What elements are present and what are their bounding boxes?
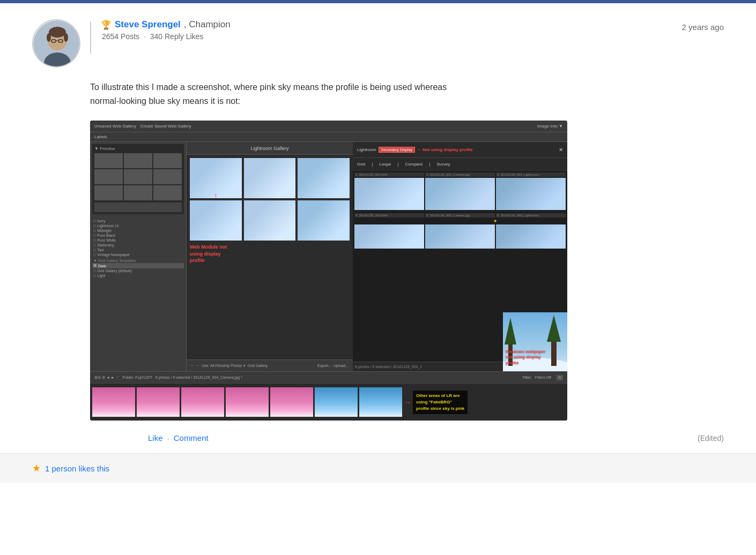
lr-ui: Unsaved Web Gallery Create Saved Web Gal… xyxy=(90,121,567,421)
post-header: 🏆 Steve Sprengel , Champion 2654 Posts ·… xyxy=(32,19,724,68)
lr-filmstrip-thumb-3 xyxy=(181,387,224,417)
author-name-row: 🏆 Steve Sprengel , Champion xyxy=(101,19,231,30)
lr-photo-1 xyxy=(354,178,424,210)
screenshot-image: Unsaved Web Gallery Create Saved Web Gal… xyxy=(90,121,567,421)
lr-item-grid-default: □ Grid Gallery (default) xyxy=(92,268,184,273)
lr-filmstrip-thumb-4 xyxy=(226,387,269,417)
lr-thumb-7 xyxy=(94,185,123,200)
post-text-line2: normal-looking blue sky means it is not: xyxy=(90,96,240,106)
lr-photo-headers: 1 20141129_004.RAF 2 20141129_004_Camera… xyxy=(354,172,566,177)
post-count: 2654 Posts xyxy=(102,32,139,41)
like-button[interactable]: Like xyxy=(148,433,163,442)
lr-nav-compare[interactable]: Compare xyxy=(405,162,423,167)
author-divider xyxy=(90,21,91,54)
lr-center-top: Lightroom Gallery xyxy=(187,142,353,155)
windows-wallpaper-overlay: Windows wallpapernot using displayprofil… xyxy=(503,312,567,371)
lr-preview-section: ▼ Preview xyxy=(92,144,184,214)
avatar-svg xyxy=(33,20,80,68)
lr-upload-btn: Upload... xyxy=(333,364,349,368)
lr-right-panel: Lightroom Secondary Display ← Not using … xyxy=(353,142,567,371)
lr-photo-h3: 3 20141129_004_Lightroom... xyxy=(496,172,566,177)
lr-arrows: ← → xyxy=(191,364,199,368)
lr-filter-label: Filter: Filters Off xyxy=(522,376,551,379)
dot-separator: · xyxy=(144,32,146,41)
lr-nav-loupe[interactable]: Loupe xyxy=(379,162,391,167)
lr-thumb-4 xyxy=(94,169,123,184)
lr-gallery-cell-3 xyxy=(298,158,350,198)
lr-bottom-icons: ⊞⊟ ☰ ◄ ► ⋮ xyxy=(94,376,120,380)
post-body: To illustrate this I made a screenshot, … xyxy=(90,80,724,442)
lr-star-icon: ★ xyxy=(493,219,497,223)
lr-gallery-cell-4: ↑ xyxy=(190,200,242,241)
post-header-left: 🏆 Steve Sprengel , Champion 2654 Posts ·… xyxy=(32,19,231,68)
lr-nav-separator1: | xyxy=(372,162,373,167)
lr-filmstrip-arrow: → xyxy=(404,398,411,407)
lr-not-using-label: ← Not using display profile xyxy=(417,147,473,152)
lr-full-bottom-bar: ⊞⊟ ☰ ◄ ► ⋮ Folder: FujiX100T 6 photos / … xyxy=(90,371,567,383)
likes-link[interactable]: 1 person likes this xyxy=(45,464,109,473)
lr-folder-info: Folder: FujiX100T 6 photos / 6 selected … xyxy=(123,376,242,379)
lr-item-pure-black: □ Pure Black xyxy=(92,233,184,238)
svg-point-4 xyxy=(49,27,66,38)
lr-tab-unsaved: Unsaved Web Gallery xyxy=(94,124,136,129)
action-separator: · xyxy=(167,433,169,442)
lr-item-vintage: □ Vintage Newspaper xyxy=(92,252,184,257)
lr-filmstrip-thumb-7 xyxy=(359,387,402,417)
lr-nav-survey[interactable]: Survey xyxy=(437,162,450,167)
lr-thumb-9 xyxy=(153,185,182,200)
lr-thumb-3 xyxy=(153,153,182,168)
lr-filmstrip-area: → Other areas of LR areusing "FakeBRG"pr… xyxy=(90,383,567,421)
post-text: To illustrate this I made a screenshot, … xyxy=(90,80,724,108)
author-role: , Champion xyxy=(184,19,231,30)
lr-star-row: ★ xyxy=(354,219,566,223)
lr-photo-h5: 5 20141129_009_Camera.jpg xyxy=(425,213,495,218)
lr-filmstrip-thumb-5 xyxy=(270,387,313,417)
lr-gallery-cell-2 xyxy=(244,158,296,198)
author-stats: 2654 Posts · 340 Reply Likes xyxy=(101,32,231,41)
lr-nav-grid[interactable]: Grid xyxy=(357,162,365,167)
lr-photo-h4: 4 20141129_009.RAF xyxy=(354,213,424,218)
lr-fake-brg-note: Other areas of LR areusing "FakeBRG"prof… xyxy=(413,391,468,414)
svg-point-5 xyxy=(47,33,51,42)
lr-thumb-8 xyxy=(124,185,152,200)
lr-close-btn[interactable]: ✕ xyxy=(559,147,563,153)
lr-thumb-2 xyxy=(124,153,152,168)
lr-photo-3 xyxy=(496,178,566,210)
lr-thumb-6 xyxy=(153,169,182,184)
lr-photo-5 xyxy=(425,224,495,249)
lr-preview-bar xyxy=(94,202,182,212)
edited-note: (Edited) xyxy=(698,434,724,442)
lr-bottom-bar: ← → Use: All Filmstrip Photos ▾ Grid Gal… xyxy=(187,359,353,371)
svg-point-6 xyxy=(64,33,68,42)
lr-item-light: □ Light xyxy=(92,273,184,278)
lr-labels-bar: Labels xyxy=(90,132,567,142)
lr-photo-2 xyxy=(425,178,495,210)
lr-filmstrip-thumb-2 xyxy=(137,387,180,417)
lr-labels-label: Labels xyxy=(94,134,107,139)
author-name[interactable]: Steve Sprengel xyxy=(115,19,181,30)
lr-thumb-1 xyxy=(94,153,123,168)
lr-item-pure-white: □ Pure White xyxy=(92,238,184,243)
lr-item-ivory: □ Ivory xyxy=(92,219,184,223)
lr-web-module-label: Web Module notusing displayprofile xyxy=(190,244,350,264)
comment-button[interactable]: Comment xyxy=(174,433,209,442)
avatar xyxy=(32,19,80,68)
lr-item-taxi: □ Taxi xyxy=(92,248,184,252)
author-info: 🏆 Steve Sprengel , Champion 2654 Posts ·… xyxy=(101,19,231,41)
lr-photo-row2 xyxy=(354,224,566,249)
post-text-line1: To illustrate this I made a screenshot, … xyxy=(90,82,447,92)
lr-item-dark: ☰ Dark xyxy=(92,263,184,268)
page-wrapper: 🏆 Steve Sprengel , Champion 2654 Posts ·… xyxy=(0,0,756,483)
lr-preview-title: ▼ Preview xyxy=(94,146,182,151)
lr-item-midnight: □ Midnight xyxy=(92,228,184,233)
lr-nav-separator3: | xyxy=(429,162,430,167)
lr-item-stationery: □ Stationery xyxy=(92,243,184,248)
post-container: 🏆 Steve Sprengel , Champion 2654 Posts ·… xyxy=(0,3,756,442)
lr-grid-nav: Grid | Loupe | Compare | Survey xyxy=(353,158,567,171)
lr-gallery-cell-5 xyxy=(244,200,296,241)
lr-left-panel: ▼ Preview xyxy=(90,142,187,371)
lr-photo-count: 6 photos / 6 selected / 20141129_004_J xyxy=(355,365,422,369)
lr-secondary-display-bar: Lightroom Secondary Display ← Not using … xyxy=(353,142,567,158)
lr-center: Lightroom Gallery xyxy=(187,142,353,371)
windows-overlay-label: Windows wallpapernot using displayprofil… xyxy=(506,349,545,366)
